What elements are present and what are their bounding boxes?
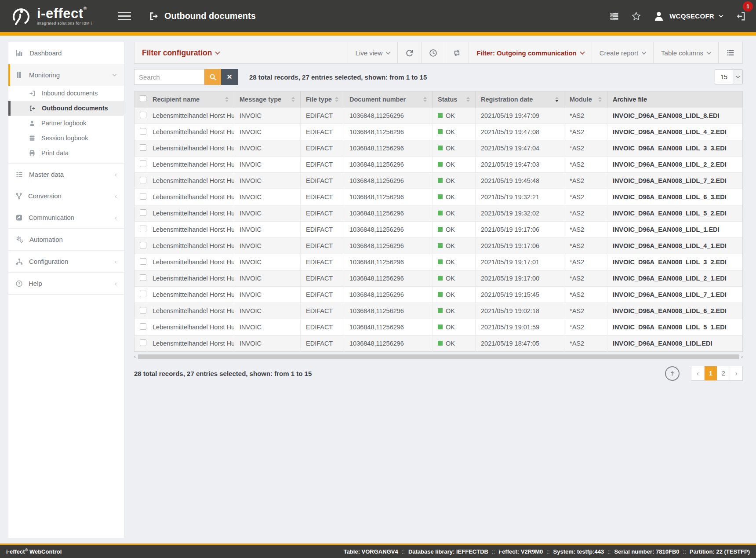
column-header-registration-date[interactable]: Registration date <box>476 91 564 108</box>
prev-page-button[interactable]: ‹ <box>691 366 704 380</box>
clear-search-button[interactable]: ✕ <box>221 69 238 85</box>
select-all-checkbox[interactable] <box>140 95 146 102</box>
page-size-select[interactable]: 15 <box>715 69 743 84</box>
row-checkbox[interactable] <box>140 274 146 281</box>
scrollbar-thumb[interactable] <box>138 354 739 359</box>
search-button[interactable] <box>204 69 221 85</box>
view-list-button[interactable] <box>718 42 742 63</box>
user-menu[interactable]: WCQSECOFR <box>653 11 723 22</box>
sidebar-item-dashboard[interactable]: Dashboard <box>8 42 124 64</box>
row-checkbox[interactable] <box>140 128 146 135</box>
cell-recipient-name: Lebensmittelhandel Horst Hu <box>147 124 234 140</box>
row-checkbox[interactable] <box>140 226 146 232</box>
row-checkbox[interactable] <box>140 291 146 297</box>
sidebar-item-session-logbook[interactable]: Session logbook <box>8 131 124 146</box>
row-checkbox-cell <box>134 303 147 319</box>
chevron-left-icon: ‹ <box>115 214 117 221</box>
logout-icon[interactable] <box>735 11 746 22</box>
favorites-star-icon[interactable] <box>631 11 641 21</box>
sidebar-item-automation[interactable]: Automation <box>8 229 124 250</box>
row-checkbox[interactable] <box>140 323 146 330</box>
refresh-button[interactable] <box>397 42 421 63</box>
sort-icon[interactable] <box>291 97 295 102</box>
sort-icon-active[interactable] <box>555 97 559 102</box>
table-row[interactable]: Lebensmittelhandel Horst Hu INVOIC EDIFA… <box>134 205 743 222</box>
page-button-2[interactable]: 2 <box>717 366 730 380</box>
repeat-button[interactable] <box>445 42 469 63</box>
scroll-left-icon[interactable]: ‹ <box>134 354 136 360</box>
brand-logo[interactable]: i-effect® integrated solutions for IBM i <box>10 5 112 28</box>
page-button-1[interactable]: 1 <box>704 366 717 380</box>
sort-icon[interactable] <box>423 97 427 102</box>
table-row[interactable]: Lebensmittelhandel Horst Hu INVOIC EDIFA… <box>134 140 743 157</box>
column-header-message-type[interactable]: Message type <box>234 91 301 108</box>
scroll-to-top-button[interactable] <box>665 366 680 381</box>
cell-archive-file: INVOIC_D96A_EAN008_LIDL_8.EDI <box>607 108 743 124</box>
row-checkbox[interactable] <box>140 242 146 248</box>
column-header-recipient-name[interactable]: Recipient name <box>147 91 234 108</box>
table-columns-dropdown[interactable]: Table columns <box>653 42 718 63</box>
sidebar-item-inbound-documents[interactable]: Inbound documents <box>8 86 124 101</box>
next-page-button[interactable]: › <box>730 366 742 380</box>
sort-icon[interactable] <box>225 97 229 102</box>
system-list-icon[interactable] <box>609 11 620 21</box>
row-checkbox[interactable] <box>140 307 146 314</box>
table-row[interactable]: Lebensmittelhandel Horst Hu INVOIC EDIFA… <box>134 189 743 205</box>
sidebar-item-monitoring[interactable]: Monitoring <box>8 64 124 86</box>
notification-badge[interactable]: 1 <box>743 1 753 11</box>
menu-toggle-icon[interactable] <box>118 10 131 22</box>
table-row[interactable]: Lebensmittelhandel Horst Hu INVOIC EDIFA… <box>134 287 743 303</box>
table-row[interactable]: Lebensmittelhandel Horst Hu INVOIC EDIFA… <box>134 157 743 173</box>
schedule-button[interactable] <box>421 42 445 63</box>
scroll-right-icon[interactable]: › <box>741 354 743 360</box>
row-checkbox[interactable] <box>140 258 146 265</box>
sidebar-item-help[interactable]: ? Help ‹ <box>8 273 124 294</box>
sidebar-item-partner-logbook[interactable]: Partner logbook <box>8 116 124 131</box>
column-header-archive-file[interactable]: Archive file <box>607 91 743 108</box>
row-checkbox[interactable] <box>140 160 146 167</box>
table-row[interactable]: Lebensmittelhandel Horst Hu INVOIC EDIFA… <box>134 222 743 238</box>
table-row[interactable]: Lebensmittelhandel Horst Hu INVOIC EDIFA… <box>134 303 743 319</box>
table-row[interactable]: Lebensmittelhandel Horst Hu INVOIC EDIFA… <box>134 336 743 352</box>
table-row[interactable]: Lebensmittelhandel Horst Hu INVOIC EDIFA… <box>134 270 743 287</box>
sidebar-item-communication[interactable]: Communication ‹ <box>8 207 124 228</box>
sidebar-item-outbound-documents[interactable]: Outbound documents <box>8 101 124 116</box>
table-row[interactable]: Lebensmittelhandel Horst Hu INVOIC EDIFA… <box>134 108 743 124</box>
search-icon <box>209 73 217 81</box>
table-row[interactable]: Lebensmittelhandel Horst Hu INVOIC EDIFA… <box>134 319 743 336</box>
table-row[interactable]: Lebensmittelhandel Horst Hu INVOIC EDIFA… <box>134 173 743 189</box>
pagination: ‹ 1 2 › <box>691 366 743 381</box>
sidebar-item-print-data[interactable]: Print data <box>8 146 124 160</box>
cell-module: *AS2 <box>564 205 607 222</box>
sidebar-item-master-data[interactable]: Master data ‹ <box>8 164 124 185</box>
column-header-module[interactable]: Module <box>564 91 607 108</box>
create-report-dropdown[interactable]: Create report <box>592 42 653 63</box>
row-checkbox[interactable] <box>140 193 146 200</box>
sort-icon[interactable] <box>598 97 602 102</box>
filter-configuration-dropdown[interactable]: Filter configuration <box>134 42 348 63</box>
row-checkbox[interactable] <box>140 339 146 346</box>
row-checkbox-cell <box>134 173 147 189</box>
active-filter-dropdown[interactable]: Filter: Outgoing communication <box>469 42 592 63</box>
row-checkbox[interactable] <box>140 209 146 216</box>
row-checkbox[interactable] <box>140 112 146 118</box>
search-input[interactable] <box>134 69 204 85</box>
cell-recipient-name: Lebensmittelhandel Horst Hu <box>147 222 234 238</box>
sidebar-item-label: Help <box>29 280 42 287</box>
sort-icon[interactable] <box>335 97 338 102</box>
column-header-status[interactable]: Status <box>433 91 476 108</box>
table-row[interactable]: Lebensmittelhandel Horst Hu INVOIC EDIFA… <box>134 124 743 140</box>
row-checkbox[interactable] <box>140 144 146 151</box>
table-row[interactable]: Lebensmittelhandel Horst Hu INVOIC EDIFA… <box>134 254 743 270</box>
sidebar-item-configuration[interactable]: Configuration ‹ <box>8 251 124 272</box>
row-checkbox-cell <box>134 205 147 222</box>
column-header-document-number[interactable]: Document number <box>344 91 433 108</box>
sort-icon[interactable] <box>466 97 470 102</box>
sidebar-item-conversion[interactable]: Conversion ‹ <box>8 185 124 207</box>
live-view-dropdown[interactable]: Live view <box>348 42 398 63</box>
status-ok-icon <box>438 211 443 215</box>
horizontal-scrollbar[interactable]: ‹ › <box>134 353 743 360</box>
table-row[interactable]: Lebensmittelhandel Horst Hu INVOIC EDIFA… <box>134 238 743 254</box>
column-header-file-type[interactable]: File type <box>301 91 344 108</box>
row-checkbox[interactable] <box>140 177 146 183</box>
